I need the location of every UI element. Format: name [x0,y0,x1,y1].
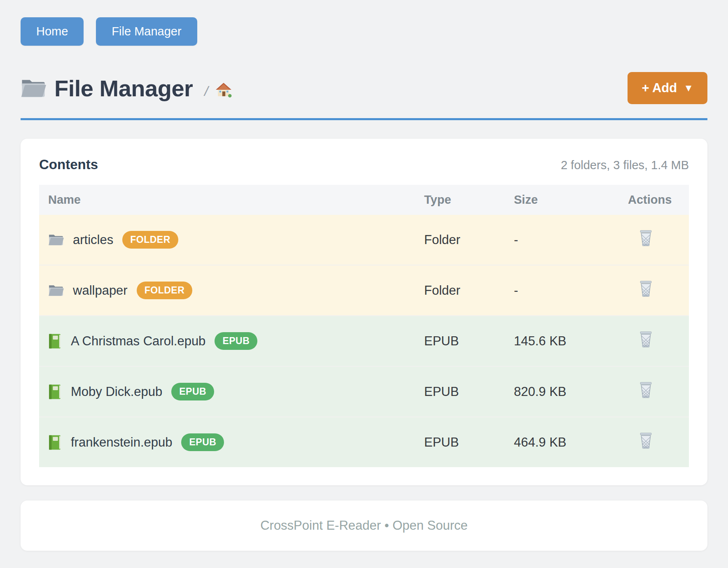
files-table: Name Type Size Actions articles FOLDER F… [39,185,689,467]
size-cell: - [505,215,619,265]
type-badge: FOLDER [137,282,193,299]
type-cell: Folder [415,265,505,316]
contents-card-header: Contents 2 folders, 3 files, 1.4 MB [39,157,689,172]
trash-icon [639,230,653,248]
size-cell: 464.9 KB [505,417,619,467]
table-row: frankenstein.epub EPUB EPUB 464.9 KB [39,417,689,467]
table-row: Moby Dick.epub EPUB EPUB 820.9 KB [39,366,689,417]
type-cell: EPUB [415,417,505,467]
book-icon [48,384,62,400]
add-button[interactable]: + Add ▼ [628,72,707,104]
title-group: File Manager / [21,75,232,102]
type-cell: Folder [415,215,505,265]
table-row: articles FOLDER Folder - [39,215,689,265]
delete-button[interactable] [639,280,653,298]
file-name[interactable]: Moby Dick.epub [71,384,162,399]
trash-icon [639,382,653,400]
table-row: wallpaper FOLDER Folder - [39,265,689,316]
type-cell: EPUB [415,316,505,366]
header-divider [21,118,707,120]
trash-icon [639,432,653,450]
column-header-actions: Actions [619,185,689,215]
type-cell: EPUB [415,366,505,417]
trash-icon [639,331,653,349]
file-name[interactable]: frankenstein.epub [71,435,172,450]
column-header-size: Size [505,185,619,215]
footer-text: CrossPoint E-Reader • Open Source [260,518,468,533]
contents-card: Contents 2 folders, 3 files, 1.4 MB Name… [21,139,707,485]
table-row: A Christmas Carol.epub EPUB EPUB 145.6 K… [39,316,689,366]
book-icon [48,333,62,349]
delete-button[interactable] [639,331,653,349]
house-icon[interactable] [215,81,232,99]
nav-file-manager-button[interactable]: File Manager [96,17,197,46]
nav-home-button[interactable]: Home [21,17,84,46]
size-cell: 820.9 KB [505,366,619,417]
folder-icon [48,284,64,297]
type-badge: EPUB [215,332,257,350]
size-cell: - [505,265,619,316]
trash-icon [639,280,653,298]
contents-heading: Contents [39,157,98,172]
size-cell: 145.6 KB [505,316,619,366]
chevron-down-icon: ▼ [684,82,693,94]
delete-button[interactable] [639,230,653,248]
table-header-row: Name Type Size Actions [39,185,689,215]
top-nav: Home File Manager [21,17,707,46]
breadcrumb-separator: / [204,83,208,99]
column-header-type: Type [415,185,505,215]
page-title: File Manager [54,75,193,102]
delete-button[interactable] [639,382,653,400]
type-badge: EPUB [171,383,214,400]
add-button-label: + Add [642,81,677,95]
file-name[interactable]: articles [73,233,113,247]
type-badge: EPUB [181,433,224,451]
column-header-name: Name [39,185,415,215]
file-name[interactable]: wallpaper [73,283,128,298]
file-name[interactable]: A Christmas Carol.epub [71,334,205,349]
footer: CrossPoint E-Reader • Open Source [21,500,707,551]
folder-icon [21,77,46,99]
page-header: File Manager / + Add ▼ [21,72,707,104]
book-icon [48,435,62,450]
contents-table-body: articles FOLDER Folder - wallpaper FOLDE… [39,215,689,467]
contents-summary: 2 folders, 3 files, 1.4 MB [561,158,689,172]
page: Home File Manager File Manager / [0,0,728,551]
folder-icon [48,233,64,247]
delete-button[interactable] [639,432,653,450]
type-badge: FOLDER [122,231,178,249]
